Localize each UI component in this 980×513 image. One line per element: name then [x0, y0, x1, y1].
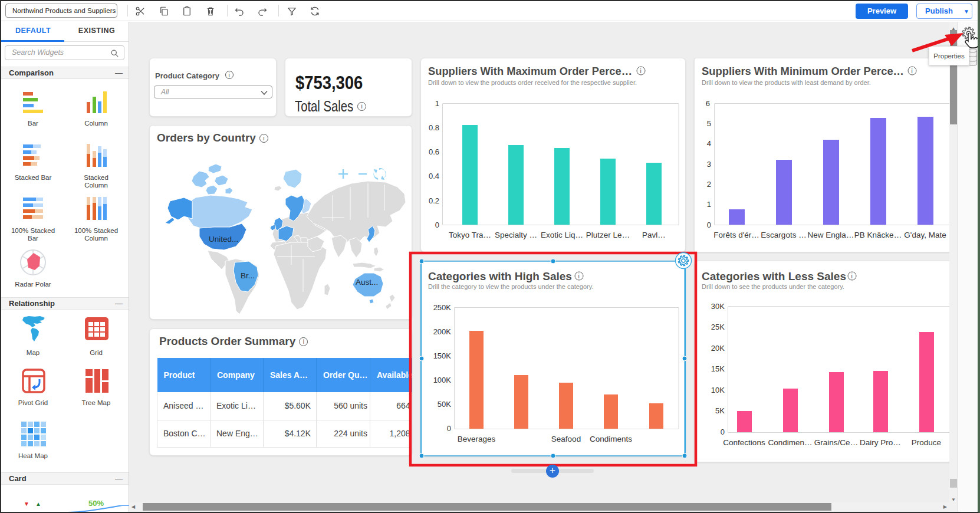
svg-text:0.2: 0.2	[429, 196, 439, 205]
svg-text:Dairy Pro…: Dairy Pro…	[860, 438, 901, 447]
svg-text:United...: United...	[209, 235, 238, 244]
svg-text:Pavl…: Pavl…	[642, 231, 666, 239]
svg-text:New Engla…: New Engla…	[808, 231, 854, 239]
svg-text:15K: 15K	[711, 364, 725, 373]
svg-text:PB Knäcke…: PB Knäcke…	[854, 231, 902, 239]
svg-text:1: 1	[435, 99, 439, 108]
svg-text:i: i	[851, 273, 853, 279]
svg-text:Categories with Less Sales: Categories with Less Sales	[702, 270, 846, 282]
svg-text:30K: 30K	[711, 302, 725, 311]
svg-text:0: 0	[721, 427, 725, 436]
svg-text:5: 5	[707, 119, 711, 128]
svg-text:Condimen…: Condimen…	[768, 438, 812, 447]
svg-text:0: 0	[707, 221, 711, 229]
svg-text:2: 2	[707, 180, 711, 189]
svg-text:0.4: 0.4	[429, 172, 439, 180]
svg-text:Drill down to see the products: Drill down to see the products under the…	[702, 283, 844, 290]
svg-text:Exotic Liq…: Exotic Liq…	[541, 231, 583, 239]
svg-text:Drill down to view the product: Drill down to view the products order re…	[428, 79, 637, 86]
svg-text:Suppliers With Minimum Order P: Suppliers With Minimum Order Perce…	[702, 65, 904, 77]
svg-text:20K: 20K	[711, 344, 725, 353]
svg-text:25K: 25K	[711, 323, 725, 331]
svg-text:Grains/Ce…: Grains/Ce…	[814, 438, 858, 447]
svg-text:Escargots …: Escargots …	[761, 231, 806, 239]
svg-text:Produce: Produce	[912, 438, 941, 447]
svg-text:Aust...: Aust...	[356, 278, 378, 287]
svg-text:1: 1	[707, 200, 711, 209]
svg-text:Drill down to view the product: Drill down to view the products with lea…	[702, 79, 871, 86]
svg-text:Specialty …: Specialty …	[495, 231, 537, 239]
svg-text:6: 6	[706, 99, 710, 108]
svg-text:i: i	[912, 68, 913, 74]
svg-text:3: 3	[707, 160, 711, 169]
svg-text:10K: 10K	[711, 386, 725, 394]
svg-text:Suppliers With Maximum Order P: Suppliers With Maximum Order Perce…	[428, 65, 632, 77]
svg-text:Forêts d'ér…: Forêts d'ér…	[713, 231, 759, 239]
svg-text:0.8: 0.8	[429, 123, 439, 132]
svg-text:5K: 5K	[715, 406, 725, 415]
svg-text:Tokyo Tra…: Tokyo Tra…	[449, 231, 491, 239]
svg-text:i: i	[640, 68, 642, 74]
svg-text:0.6: 0.6	[429, 147, 439, 156]
svg-text:Br...: Br...	[241, 271, 255, 280]
svg-text:G'day, Mate: G'day, Mate	[904, 231, 946, 239]
svg-text:Plutzer Le…: Plutzer Le…	[586, 231, 630, 239]
svg-text:0: 0	[435, 221, 439, 229]
svg-text:4: 4	[707, 139, 711, 148]
svg-text:Confections: Confections	[723, 438, 765, 447]
